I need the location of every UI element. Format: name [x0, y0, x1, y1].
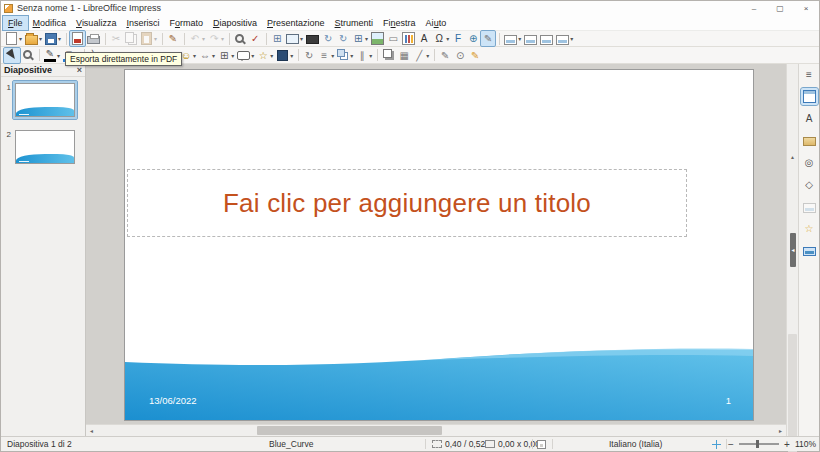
menu-diapositiva[interactable]: Diapositiva: [208, 16, 262, 30]
scroll-left-icon[interactable]: ◄: [86, 425, 97, 436]
slide-canvas[interactable]: Fai clic per aggiungere un titolo 13/06/…: [124, 69, 754, 421]
fontwork-button[interactable]: F: [451, 31, 465, 46]
status-cursor-position[interactable]: 0,40 / 0,52: [432, 437, 485, 451]
clone-formatting-button[interactable]: ✎: [166, 31, 180, 46]
tab-navigator-button[interactable]: ◎: [801, 154, 818, 171]
start-from-first-slide-button[interactable]: [305, 31, 320, 46]
distribution-dropdown-icon[interactable]: ▾: [369, 52, 372, 59]
flowchart-button[interactable]: ⊞▾: [217, 48, 235, 63]
menu-presentazione[interactable]: Presentazione: [262, 16, 330, 30]
menu-finestra[interactable]: Finestra: [378, 16, 421, 30]
arrange-button[interactable]: ▾: [336, 48, 354, 63]
new-document-dropdown-icon[interactable]: ▾: [19, 35, 22, 42]
close-button[interactable]: ×: [793, 1, 819, 15]
show-draw-functions-button[interactable]: ✎: [481, 31, 495, 46]
maximize-button[interactable]: ▢: [767, 1, 793, 15]
zoom-slider-thumb[interactable]: [756, 440, 759, 448]
save-button[interactable]: ▾: [44, 31, 62, 46]
thumbnail-frame[interactable]: [13, 128, 77, 166]
slide-transition-button[interactable]: ↻: [336, 31, 350, 46]
special-character-dropdown-icon[interactable]: ▾: [446, 35, 449, 42]
arrange-dropdown-icon[interactable]: ▾: [350, 52, 353, 59]
insert-date-button[interactable]: [539, 31, 554, 46]
new-document-button[interactable]: ▾: [4, 31, 23, 46]
shadow-button[interactable]: [381, 48, 396, 63]
header-footer-dropdown-icon[interactable]: ▾: [518, 35, 521, 42]
tab-shapes-button[interactable]: ◇: [801, 176, 818, 193]
select-button[interactable]: [4, 48, 20, 63]
slide-page-number[interactable]: 1: [726, 395, 731, 406]
zoom-out-button[interactable]: −: [727, 439, 735, 450]
edit-points-button[interactable]: ✎: [438, 48, 452, 63]
scroll-right-icon[interactable]: ►: [775, 425, 786, 436]
insert-chart-button[interactable]: [401, 31, 416, 46]
find-replace-button[interactable]: [233, 31, 247, 46]
save-dropdown-icon[interactable]: ▾: [58, 35, 61, 42]
tab-animation-button[interactable]: ☆: [801, 220, 818, 237]
glue-points-button[interactable]: ⊙: [453, 48, 467, 63]
flowchart-dropdown-icon[interactable]: ▾: [231, 52, 234, 59]
3d-objects-button[interactable]: ▾: [275, 48, 294, 63]
slide-thumbnail-1[interactable]: 1: [1, 81, 85, 119]
spelling-button[interactable]: ✓: [248, 31, 262, 46]
print-button[interactable]: [86, 31, 101, 46]
horizontal-scrollbar[interactable]: ◄ ►: [86, 424, 786, 436]
menu-formato[interactable]: Formato: [164, 16, 208, 30]
insert-table-dropdown-icon[interactable]: ▾: [365, 35, 368, 42]
slide-date[interactable]: 13/06/2022: [149, 395, 197, 406]
fit-slide-icon[interactable]: [711, 439, 722, 450]
callouts-button[interactable]: ▾: [236, 48, 255, 63]
zoom-level[interactable]: 110%: [795, 439, 816, 449]
tab-master-slides-button[interactable]: [801, 242, 818, 259]
line-style-dropdown-icon[interactable]: ▾: [426, 52, 429, 59]
menu-modifica[interactable]: Modifica: [28, 16, 72, 30]
panel-close-icon[interactable]: ×: [77, 65, 82, 75]
image-filter-button[interactable]: ▦: [397, 48, 411, 63]
start-from-current-slide-button[interactable]: ↻: [321, 31, 335, 46]
menu-visualizza[interactable]: Visualizza: [71, 16, 121, 30]
open-file-dropdown-icon[interactable]: ▾: [39, 35, 42, 42]
undo-dropdown-icon[interactable]: ▾: [202, 35, 205, 42]
tab-gallery-button[interactable]: [801, 132, 818, 149]
minimize-button[interactable]: –: [741, 1, 767, 15]
block-arrows-dropdown-icon[interactable]: ▾: [212, 52, 215, 59]
scroll-up-icon[interactable]: ▲: [787, 64, 798, 250]
sidebar-menu-button[interactable]: ≡: [801, 66, 818, 83]
line-color-button[interactable]: ✎▾: [43, 48, 61, 63]
status-template-name[interactable]: Blue_Curve: [269, 437, 313, 451]
insert-table-button[interactable]: ⊞▾: [351, 31, 369, 46]
stars-banners-dropdown-icon[interactable]: ▾: [270, 52, 273, 59]
menu-inserisci[interactable]: Inserisci: [121, 16, 164, 30]
thumbnail-frame[interactable]: [13, 81, 77, 119]
display-grid-button[interactable]: ⊞: [270, 31, 284, 46]
slide-thumbnail-2[interactable]: 2: [1, 128, 85, 166]
insert-field-button[interactable]: ▾: [555, 31, 574, 46]
line-color-dropdown-icon[interactable]: ▾: [57, 52, 60, 59]
rotate-button[interactable]: ↻: [302, 48, 316, 63]
align-objects-dropdown-icon[interactable]: ▾: [331, 52, 334, 59]
freeform-line-button[interactable]: ✎: [468, 48, 482, 63]
tab-styles-button[interactable]: A: [801, 110, 818, 127]
display-views-dropdown-icon[interactable]: ▾: [300, 35, 303, 42]
status-modified-indicator[interactable]: [537, 437, 546, 451]
display-views-button[interactable]: ▾: [285, 31, 304, 46]
zoom-pan-button[interactable]: [21, 48, 35, 63]
special-character-button[interactable]: Ω▾: [432, 31, 450, 46]
header-footer-button[interactable]: ▾: [503, 31, 522, 46]
menu-file[interactable]: File: [3, 16, 28, 30]
insert-image-button[interactable]: [370, 31, 385, 46]
tab-properties-button[interactable]: [801, 88, 818, 105]
block-arrows-button[interactable]: ⇔▾: [198, 48, 216, 63]
zoom-in-button[interactable]: +: [783, 439, 791, 450]
insert-field-dropdown-icon[interactable]: ▾: [570, 35, 573, 42]
title-placeholder[interactable]: Fai clic per aggiungere un titolo: [127, 169, 687, 237]
horizontal-scroll-thumb[interactable]: [257, 426, 442, 435]
redo-dropdown-icon[interactable]: ▾: [221, 35, 224, 42]
status-language[interactable]: Italiano (Italia): [609, 437, 662, 451]
stars-banners-button[interactable]: ☆▾: [256, 48, 274, 63]
align-objects-button[interactable]: ≡▾: [317, 48, 335, 63]
sidebar-hide-handle[interactable]: ◄: [790, 233, 796, 267]
horizontal-scroll-track[interactable]: [97, 425, 775, 436]
tab-slide-transition-button[interactable]: [801, 198, 818, 215]
line-style-button[interactable]: ╱▾: [412, 48, 430, 63]
